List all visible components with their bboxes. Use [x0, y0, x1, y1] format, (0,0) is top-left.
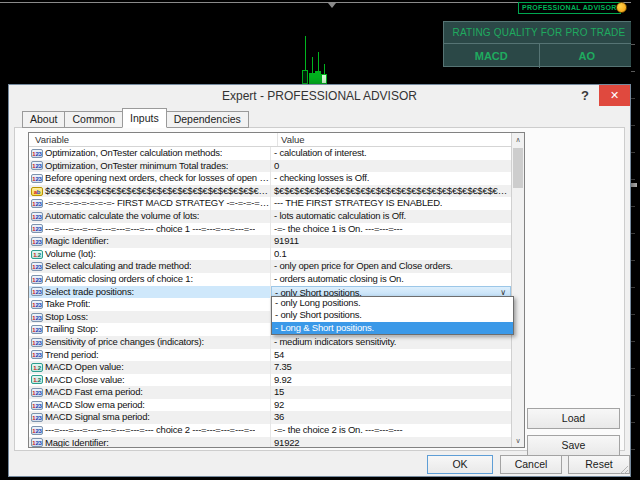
table-row[interactable]: MACD Fast ema period: 15 [29, 386, 511, 399]
param-name: MACD Close value: [43, 374, 125, 387]
help-button[interactable]: ? [576, 87, 594, 105]
tab-dependencies[interactable]: Dependencies [166, 111, 249, 128]
table-row[interactable]: ---=---=---=---=---=---=---=--- choice 1… [29, 223, 511, 236]
param-name: Magic Identifier: [43, 437, 109, 447]
table-row[interactable]: MACD Close value: 9.92 [29, 374, 511, 387]
param-type-icon [31, 325, 43, 334]
column-header-value[interactable]: Value [278, 133, 524, 146]
param-name: Select trade positions: [43, 286, 134, 299]
metatrader-chart-window: PROFESSIONAL ADVISOR RATING QUALITY FOR … [0, 0, 640, 480]
dialog-title: Expert - PROFESSIONAL ADVISOR [9, 85, 630, 107]
table-row[interactable]: -=-=-=-=-=-=-=-=- FIRST MACD STRATEGY -=… [29, 197, 511, 210]
param-value[interactable]: - medium indicators sensitivity. [271, 336, 511, 349]
table-row[interactable]: Magic Identifier: 91922 [29, 437, 511, 447]
table-row[interactable]: MACD Signal sma period: 36 [29, 411, 511, 424]
param-value[interactable]: 7.35 [271, 361, 511, 374]
chart-period-marker-icon [328, 3, 336, 8]
table-row[interactable]: Optimization, OnTester minimum Total tra… [29, 160, 511, 173]
table-row[interactable]: MACD Slow ema period: 92 [29, 399, 511, 412]
tab-common[interactable]: Common [64, 111, 123, 128]
param-value[interactable]: 36 [271, 411, 511, 424]
price-axis-ticks [631, 18, 635, 476]
ea-status-icon [616, 2, 627, 13]
macd-button[interactable]: MACD [444, 44, 540, 68]
param-type-icon [31, 237, 43, 246]
table-row[interactable]: Trend period: 54 [29, 349, 511, 362]
param-value[interactable]: 91911 [271, 235, 511, 248]
param-value[interactable]: 0 [271, 160, 511, 173]
param-value[interactable]: 92 [271, 399, 511, 412]
ao-button[interactable]: AO [540, 44, 635, 68]
param-type-icon [31, 174, 43, 183]
reset-button[interactable]: Reset [568, 455, 630, 474]
param-name: Trend period: [43, 349, 99, 362]
dropdown-item-highlighted[interactable]: - Long & Short positions. [272, 322, 513, 334]
param-name: Select calculating and trade method: [43, 260, 191, 273]
parameters-table: Variable Value Optimization, OnTester ca… [28, 132, 525, 448]
dialog-titlebar[interactable]: Expert - PROFESSIONAL ADVISOR ? ✕ [9, 85, 630, 107]
param-value[interactable]: $€$€$€$€$€$€$€$€$€$€$€$€$€$€$€$€$€$€$€$€… [271, 185, 511, 198]
table-row[interactable]: Automatic calculate the volume of lots: … [29, 210, 511, 223]
param-type-icon [31, 199, 43, 208]
cancel-button[interactable]: Cancel [500, 455, 562, 474]
param-value[interactable]: 0.1 [271, 248, 511, 261]
table-row[interactable]: Volume (lot): 0.1 [29, 248, 511, 261]
table-row[interactable]: Automatic closing orders of choice 1: - … [29, 273, 511, 286]
ok-button[interactable]: OK [427, 455, 493, 474]
param-value[interactable]: - checking losses is Off. [271, 172, 511, 185]
param-type-icon [31, 375, 43, 384]
param-value[interactable]: -=- the choice 1 is On. ---=---=--- [271, 223, 511, 236]
param-value[interactable]: -=- the choice 2 is On. ---=---=--- [271, 424, 511, 437]
table-row[interactable]: $€$€$€$€$€$€$€$€$€$€$€$€$€$€$€$€$€$€$€$€… [29, 185, 511, 198]
param-type-icon [31, 300, 43, 309]
table-row[interactable]: Magic Identifier: 91911 [29, 235, 511, 248]
param-value[interactable]: - calculation of interest. [271, 147, 511, 160]
param-type-icon [31, 212, 43, 221]
param-name: $€$€$€$€$€$€$€$€$€$€$€$€$€$€$€$€$€$€$€$€… [43, 185, 270, 198]
save-button[interactable]: Save [527, 435, 620, 456]
trade-positions-dropdown: - only Long positions. - only Short posi… [271, 296, 514, 335]
param-value[interactable]: --- THE FIRST STRATEGY IS ENABLED. [271, 197, 511, 210]
table-row[interactable]: MACD Open value: 7.35 [29, 361, 511, 374]
param-type-icon [31, 363, 43, 372]
column-header-variable[interactable]: Variable [29, 133, 278, 146]
candlestick [321, 74, 327, 84]
dropdown-item[interactable]: - only Short positions. [272, 309, 513, 321]
rating-panel: RATING QUALITY FOR PRO TRADE MACD AO [443, 21, 635, 67]
param-value[interactable]: 91922 [271, 437, 511, 447]
param-value[interactable]: 9.92 [271, 374, 511, 387]
param-name: ---=---=---=---=---=---=---=--- choice 1… [43, 223, 255, 236]
param-name: MACD Signal sma period: [43, 411, 150, 424]
table-row[interactable]: Before opening next orders, check for lo… [29, 172, 511, 185]
param-value[interactable]: - orders automatic closing is On. [271, 273, 511, 286]
rating-panel-title: RATING QUALITY FOR PRO TRADE [444, 22, 634, 44]
dropdown-item[interactable]: - only Long positions. [272, 297, 513, 309]
table-row[interactable]: Select calculating and trade method: - o… [29, 260, 511, 273]
table-row[interactable]: Sensitivity of price changes (indicators… [29, 336, 511, 349]
table-row[interactable]: ---=---=---=---=---=---=---=--- choice 2… [29, 424, 511, 437]
scroll-down-icon[interactable] [512, 434, 524, 447]
param-type-icon [31, 338, 43, 347]
param-type-icon [31, 388, 43, 397]
param-name: Volume (lot): [43, 248, 96, 261]
tab-inputs[interactable]: Inputs [122, 108, 167, 128]
param-name: Stop Loss: [43, 311, 88, 324]
table-row[interactable]: Optimization, OnTester calculation metho… [29, 147, 511, 160]
param-type-icon [31, 401, 43, 410]
param-name: Magic Identifier: [43, 235, 109, 248]
load-button[interactable]: Load [527, 408, 620, 429]
param-name: MACD Slow ema period: [43, 399, 145, 412]
param-value[interactable]: - only open price for Open and Close ord… [271, 260, 511, 273]
close-button[interactable]: ✕ [599, 85, 630, 106]
param-type-icon [31, 313, 43, 322]
param-name: Automatic calculate the volume of lots: [43, 210, 199, 223]
param-value[interactable]: - lots automatic calculation is Off. [271, 210, 511, 223]
scroll-up-icon[interactable] [512, 133, 524, 146]
tab-about[interactable]: About [22, 111, 65, 128]
param-value[interactable]: 15 [271, 386, 511, 399]
scrollbar-thumb[interactable] [513, 148, 523, 188]
param-name: Before opening next orders, check for lo… [43, 172, 270, 185]
param-value[interactable]: 54 [271, 349, 511, 362]
param-type-icon [31, 224, 43, 233]
table-scrollbar[interactable] [511, 133, 524, 447]
